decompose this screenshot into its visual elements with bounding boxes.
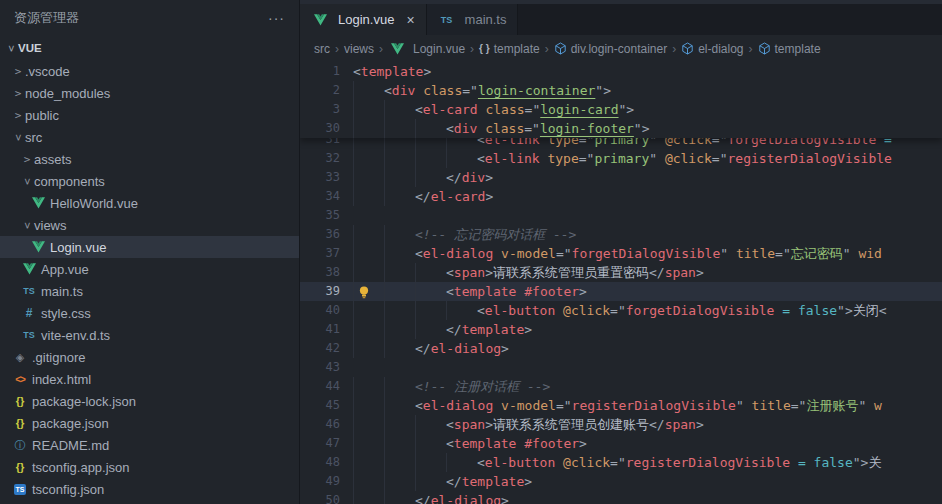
code-text: <div class="login-container"> [353,81,611,100]
indent-guide [415,453,446,472]
code-text: <el-dialog v-model="forgetDialogVisible"… [353,244,882,263]
code-line-3[interactable]: 3<el-card class="login-card"> [300,100,942,119]
code-line-41[interactable]: 41</template> [300,320,942,339]
tree-item-label: package-lock.json [32,394,136,409]
indent-guide [353,415,384,434]
indent-guide [353,320,384,339]
breadcrumb-item-login-vue[interactable]: Login.vue [388,42,465,56]
code-line-49[interactable]: 49</template> [300,472,942,491]
indent-guide [353,100,384,119]
code-line-46[interactable]: 46<span>请联系系统管理员创建账号</span> [300,415,942,434]
code-line-36[interactable]: 36<!-- 忘记密码对话框 --> [300,225,942,244]
tree-item-label: assets [34,152,72,167]
tree-item-tsconfig-json[interactable]: TStsconfig.json [0,478,299,500]
tree-item-app-vue[interactable]: App.vue [0,258,299,280]
tree-item-package-json[interactable]: {}package.json [0,412,299,434]
breadcrumb-item-views[interactable]: views [344,42,374,56]
breadcrumb-item-template[interactable]: template [758,42,821,56]
tree-item-label: package.json [32,416,109,431]
indent-guide [415,263,446,282]
code-line-32[interactable]: 32<el-link type="primary" @click="regist… [300,149,942,168]
file-tree: >.vscode>node_modules>public>src>assets>… [0,60,299,500]
more-actions-icon[interactable]: ··· [268,10,285,26]
code-line-42[interactable]: 42</el-dialog> [300,339,942,358]
indent-guide [353,434,384,453]
tree-item-views[interactable]: >views [0,214,299,236]
line-number: 39 [300,282,340,301]
tree-item-helloworld-vue[interactable]: HelloWorld.vue [0,192,299,214]
code-line-34[interactable]: 34</el-card> [300,187,942,206]
line-number: 35 [300,206,340,225]
tree-item-index-html[interactable]: <>index.html [0,368,299,390]
code-line-38[interactable]: 38<span>请联系系统管理员重置密码</span> [300,263,942,282]
code-text: <template> [353,62,431,81]
code-line-40[interactable]: 40<el-button @click="forgetDialogVisible… [300,301,942,320]
css-icon: # [20,306,38,320]
typescript-icon: TS [20,286,38,296]
tree-item-public[interactable]: >public [0,104,299,126]
indent-guide [384,187,415,206]
indent-guide [415,168,446,187]
line-number: 45 [300,396,340,415]
braces-icon: { } [479,43,490,54]
breadcrumb-item-el-dialog[interactable]: el-dialog [681,42,743,56]
line-number: 3 [300,100,340,119]
tree-item-readme-md[interactable]: ⓘREADME.md [0,434,299,456]
code-line-30[interactable]: 30<div class="login-footer"> [300,119,942,138]
tree-item-style-css[interactable]: #style.css [0,302,299,324]
code-line-33[interactable]: 33</div> [300,168,942,187]
tree-item-main-ts[interactable]: TSmain.ts [0,280,299,302]
code-line-48[interactable]: 48<el-button @click="registerDialogVisib… [300,453,942,472]
code-line-35[interactable]: 35 [300,206,942,225]
code-line-47[interactable]: 47<template #footer> [300,434,942,453]
tree-item-package-lock-json[interactable]: {}package-lock.json [0,390,299,412]
indent-guide [353,168,384,187]
vue-icon [29,197,47,209]
tree-item-tsconfig-app-json[interactable]: {}tsconfig.app.json [0,456,299,478]
lightbulb-icon[interactable] [358,285,370,298]
breadcrumb: src›views›Login.vue›{ }template›div.logi… [300,35,942,62]
tree-item-src[interactable]: >src [0,126,299,148]
indent-guide [353,453,384,472]
breadcrumb-item-template[interactable]: { }template [479,42,540,56]
line-number: 1 [300,62,340,81]
breadcrumb-separator-icon: › [470,42,474,56]
code-line-2[interactable]: 2<div class="login-container"> [300,81,942,100]
indent-guide [384,168,415,187]
code-text: <template #footer> [353,282,587,301]
tab-login-vue[interactable]: Login.vue× [300,4,427,35]
breadcrumb-item-div-login-container[interactable]: div.login-container [554,42,668,56]
workspace-section-header[interactable]: > VUE [0,36,299,60]
tree-item--gitignore[interactable]: ◈.gitignore [0,346,299,368]
symbol-cube-icon [554,42,567,55]
tree-item-components[interactable]: >components [0,170,299,192]
code-line-1[interactable]: 1<template> [300,62,942,81]
tab-main-ts[interactable]: TSmain.ts [427,4,519,35]
indent-guide [353,244,384,263]
breadcrumb-separator-icon: › [379,42,383,56]
tree-item-vite-env-d-ts[interactable]: TSvite-env.d.ts [0,324,299,346]
tree-item-label: .gitignore [32,350,85,365]
tree-item-login-vue[interactable]: Login.vue [0,236,299,258]
code-line-43[interactable]: 43 [300,358,942,377]
tree-item-label: HelloWorld.vue [50,196,138,211]
code-line-50[interactable]: 50</el-dialog> [300,491,942,504]
code-line-45[interactable]: 45<el-dialog v-model="registerDialogVisi… [300,396,942,415]
line-number: 2 [300,81,340,100]
code-editor[interactable]: 31<el-link type="primary" @click="forget… [300,62,942,504]
tree-item--vscode[interactable]: >.vscode [0,60,299,82]
line-number: 33 [300,168,340,187]
chevron-right-icon: > [11,87,25,100]
tree-item-assets[interactable]: >assets [0,148,299,170]
tree-item-label: vite-env.d.ts [41,328,110,343]
tree-item-label: style.css [41,306,91,321]
tab-label: main.ts [465,12,507,27]
code-line-37[interactable]: 37<el-dialog v-model="forgetDialogVisibl… [300,244,942,263]
tree-item-node-modules[interactable]: >node_modules [0,82,299,104]
code-line-44[interactable]: 44<!-- 注册对话框 --> [300,377,942,396]
code-line-39[interactable]: 39<template #footer> [300,282,942,301]
indent-guide [384,339,415,358]
close-icon[interactable]: × [406,12,414,28]
breadcrumb-item-src[interactable]: src [314,42,330,56]
code-text: </div> [353,168,493,187]
